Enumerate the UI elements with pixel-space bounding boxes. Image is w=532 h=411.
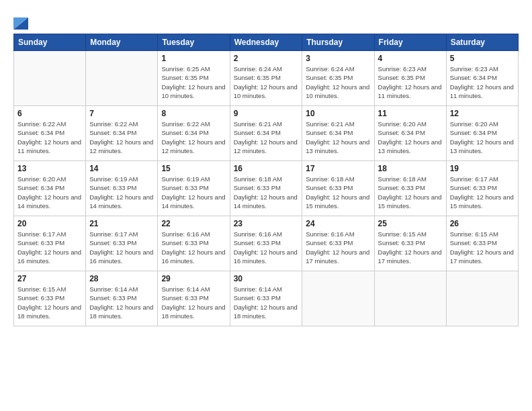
day-info: Sunrise: 6:18 AMSunset: 6:33 PMDaylight:… [234, 175, 299, 210]
calendar-cell: 21Sunrise: 6:17 AMSunset: 6:33 PMDayligh… [86, 216, 158, 271]
day-info: Sunrise: 6:20 AMSunset: 6:34 PMDaylight:… [378, 120, 443, 155]
day-number: 28 [89, 274, 154, 283]
day-info: Sunrise: 6:23 AMSunset: 6:35 PMDaylight:… [378, 64, 443, 100]
calendar-cell: 12Sunrise: 6:20 AMSunset: 6:34 PMDayligh… [446, 106, 518, 161]
day-number: 9 [234, 109, 299, 118]
day-number: 19 [450, 164, 515, 173]
calendar-cell: 24Sunrise: 6:16 AMSunset: 6:33 PMDayligh… [302, 216, 374, 271]
calendar-cell: 10Sunrise: 6:21 AMSunset: 6:34 PMDayligh… [302, 106, 374, 161]
calendar-cell: 20Sunrise: 6:17 AMSunset: 6:33 PMDayligh… [14, 216, 86, 271]
day-info: Sunrise: 6:14 AMSunset: 6:33 PMDaylight:… [89, 285, 154, 320]
day-info: Sunrise: 6:19 AMSunset: 6:33 PMDaylight:… [161, 175, 226, 210]
calendar-cell: 11Sunrise: 6:20 AMSunset: 6:34 PMDayligh… [374, 106, 446, 161]
day-number: 15 [161, 164, 226, 173]
calendar-cell: 19Sunrise: 6:17 AMSunset: 6:33 PMDayligh… [446, 161, 518, 216]
day-number: 6 [17, 109, 82, 118]
calendar-cell: 2Sunrise: 6:24 AMSunset: 6:35 PMDaylight… [230, 51, 302, 106]
top-bar [13, 11, 519, 30]
day-info: Sunrise: 6:14 AMSunset: 6:33 PMDaylight:… [161, 285, 226, 320]
calendar-cell [86, 51, 158, 106]
day-info: Sunrise: 6:17 AMSunset: 6:33 PMDaylight:… [450, 175, 515, 210]
day-number: 23 [234, 219, 299, 228]
calendar-cell: 14Sunrise: 6:19 AMSunset: 6:33 PMDayligh… [86, 161, 158, 216]
calendar-cell: 29Sunrise: 6:14 AMSunset: 6:33 PMDayligh… [158, 271, 230, 326]
week-row-3: 13Sunrise: 6:20 AMSunset: 6:34 PMDayligh… [14, 161, 519, 216]
weekday-header-friday: Friday [374, 34, 446, 51]
day-info: Sunrise: 6:15 AMSunset: 6:33 PMDaylight:… [450, 230, 515, 265]
day-number: 16 [234, 164, 299, 173]
calendar-cell: 15Sunrise: 6:19 AMSunset: 6:33 PMDayligh… [158, 161, 230, 216]
day-number: 22 [161, 219, 226, 228]
day-info: Sunrise: 6:15 AMSunset: 6:33 PMDaylight:… [17, 285, 82, 320]
day-number: 14 [89, 164, 154, 173]
day-info: Sunrise: 6:14 AMSunset: 6:33 PMDaylight:… [234, 285, 299, 320]
calendar-cell: 8Sunrise: 6:22 AMSunset: 6:34 PMDaylight… [158, 106, 230, 161]
calendar-cell: 30Sunrise: 6:14 AMSunset: 6:33 PMDayligh… [230, 271, 302, 326]
day-number: 13 [17, 164, 82, 173]
calendar-cell: 7Sunrise: 6:22 AMSunset: 6:34 PMDaylight… [86, 106, 158, 161]
day-number: 5 [450, 54, 515, 63]
calendar-cell: 22Sunrise: 6:16 AMSunset: 6:33 PMDayligh… [158, 216, 230, 271]
day-number: 2 [234, 54, 299, 63]
day-info: Sunrise: 6:24 AMSunset: 6:35 PMDaylight:… [306, 64, 370, 100]
day-info: Sunrise: 6:22 AMSunset: 6:34 PMDaylight:… [161, 120, 226, 155]
day-info: Sunrise: 6:18 AMSunset: 6:33 PMDaylight:… [378, 175, 443, 210]
day-info: Sunrise: 6:19 AMSunset: 6:33 PMDaylight:… [89, 175, 154, 210]
week-row-1: 1Sunrise: 6:25 AMSunset: 6:35 PMDaylight… [14, 51, 519, 106]
day-number: 24 [306, 219, 370, 228]
day-info: Sunrise: 6:16 AMSunset: 6:33 PMDaylight:… [234, 230, 299, 265]
day-number: 25 [378, 219, 443, 228]
calendar-cell: 25Sunrise: 6:15 AMSunset: 6:33 PMDayligh… [374, 216, 446, 271]
day-number: 17 [306, 164, 370, 173]
calendar-cell: 6Sunrise: 6:22 AMSunset: 6:34 PMDaylight… [14, 106, 86, 161]
weekday-header-wednesday: Wednesday [230, 34, 302, 51]
day-number: 21 [89, 219, 154, 228]
calendar-cell: 23Sunrise: 6:16 AMSunset: 6:33 PMDayligh… [230, 216, 302, 271]
day-info: Sunrise: 6:20 AMSunset: 6:34 PMDaylight:… [17, 175, 82, 210]
weekday-header-sunday: Sunday [14, 34, 86, 51]
day-number: 26 [450, 219, 515, 228]
logo-icon [13, 11, 28, 30]
day-info: Sunrise: 6:18 AMSunset: 6:33 PMDaylight:… [306, 175, 370, 210]
calendar-cell [446, 271, 518, 326]
day-number: 10 [306, 109, 370, 118]
calendar-cell [302, 271, 374, 326]
week-row-4: 20Sunrise: 6:17 AMSunset: 6:33 PMDayligh… [14, 216, 519, 271]
calendar-cell: 27Sunrise: 6:15 AMSunset: 6:33 PMDayligh… [14, 271, 86, 326]
day-info: Sunrise: 6:17 AMSunset: 6:33 PMDaylight:… [17, 230, 82, 265]
day-info: Sunrise: 6:22 AMSunset: 6:34 PMDaylight:… [89, 120, 154, 155]
day-number: 27 [17, 274, 82, 283]
calendar-cell: 5Sunrise: 6:23 AMSunset: 6:34 PMDaylight… [446, 51, 518, 106]
day-info: Sunrise: 6:25 AMSunset: 6:35 PMDaylight:… [161, 64, 226, 100]
day-info: Sunrise: 6:21 AMSunset: 6:34 PMDaylight:… [234, 120, 299, 155]
weekday-header-tuesday: Tuesday [158, 34, 230, 51]
calendar-cell: 3Sunrise: 6:24 AMSunset: 6:35 PMDaylight… [302, 51, 374, 106]
calendar-cell: 26Sunrise: 6:15 AMSunset: 6:33 PMDayligh… [446, 216, 518, 271]
calendar-cell: 28Sunrise: 6:14 AMSunset: 6:33 PMDayligh… [86, 271, 158, 326]
day-info: Sunrise: 6:22 AMSunset: 6:34 PMDaylight:… [17, 120, 82, 155]
day-number: 8 [161, 109, 226, 118]
weekday-header-saturday: Saturday [446, 34, 518, 51]
calendar-cell: 13Sunrise: 6:20 AMSunset: 6:34 PMDayligh… [14, 161, 86, 216]
calendar-cell: 9Sunrise: 6:21 AMSunset: 6:34 PMDaylight… [230, 106, 302, 161]
calendar-cell: 18Sunrise: 6:18 AMSunset: 6:33 PMDayligh… [374, 161, 446, 216]
calendar-cell: 16Sunrise: 6:18 AMSunset: 6:33 PMDayligh… [230, 161, 302, 216]
week-row-2: 6Sunrise: 6:22 AMSunset: 6:34 PMDaylight… [14, 106, 519, 161]
day-info: Sunrise: 6:24 AMSunset: 6:35 PMDaylight:… [234, 64, 299, 100]
weekday-header-thursday: Thursday [302, 34, 374, 51]
day-info: Sunrise: 6:23 AMSunset: 6:34 PMDaylight:… [450, 64, 515, 100]
page: SundayMondayTuesdayWednesdayThursdayFrid… [0, 0, 532, 411]
day-number: 29 [161, 274, 226, 283]
day-info: Sunrise: 6:15 AMSunset: 6:33 PMDaylight:… [378, 230, 443, 265]
day-info: Sunrise: 6:16 AMSunset: 6:33 PMDaylight:… [306, 230, 370, 265]
day-info: Sunrise: 6:20 AMSunset: 6:34 PMDaylight:… [450, 120, 515, 155]
day-number: 4 [378, 54, 443, 63]
day-info: Sunrise: 6:21 AMSunset: 6:34 PMDaylight:… [306, 120, 370, 155]
day-number: 7 [89, 109, 154, 118]
day-number: 20 [17, 219, 82, 228]
day-number: 18 [378, 164, 443, 173]
calendar-cell [14, 51, 86, 106]
weekday-header-monday: Monday [86, 34, 158, 51]
day-number: 3 [306, 54, 370, 63]
day-number: 11 [378, 109, 443, 118]
